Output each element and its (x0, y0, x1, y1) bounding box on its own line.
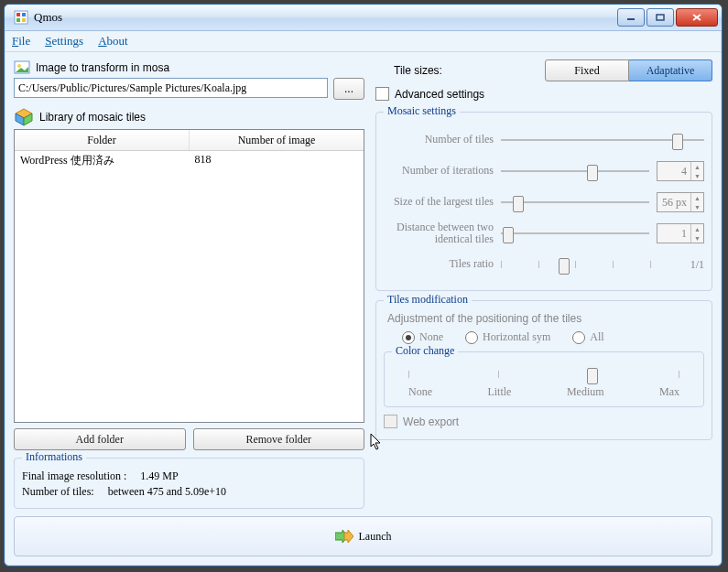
spinner-up-icon[interactable]: ▲ (690, 193, 703, 202)
browse-button[interactable]: ... (333, 78, 364, 100)
number-of-tiles-slider[interactable] (501, 131, 704, 149)
svg-point-10 (17, 64, 21, 68)
adjustment-none-radio[interactable] (402, 331, 415, 344)
web-export-label: Web export (403, 416, 459, 428)
svg-rect-3 (16, 18, 20, 22)
largest-tiles-slider-label: Size of the largest tiles (384, 196, 494, 208)
menu-about[interactable]: About (98, 34, 128, 49)
close-button[interactable] (676, 8, 718, 27)
adjustment-all-radio[interactable] (572, 331, 585, 344)
launch-button[interactable]: Launch (14, 516, 712, 556)
largest-tiles-slider[interactable] (501, 193, 649, 211)
spinner-up-icon[interactable]: ▲ (690, 162, 703, 171)
menu-file[interactable]: File (12, 34, 30, 49)
advanced-settings-label: Advanced settings (395, 88, 484, 101)
table-row[interactable]: WordPress 使用済み 818 (15, 151, 364, 171)
color-change-group: Color change None Little Medium Max (384, 351, 704, 407)
color-change-none-label: None (408, 385, 432, 399)
window-title: Qmos (34, 10, 617, 25)
adjustment-horizontal-sym-radio[interactable] (465, 331, 478, 344)
image-to-transform-label: Image to transform in mosa (36, 61, 169, 74)
menu-bar: File Settings About (5, 31, 722, 52)
tiles-ratio-value: 1/1 (658, 258, 704, 272)
number-of-tiles-label: Number of tiles: (22, 485, 94, 498)
number-of-iterations-slider[interactable] (501, 162, 649, 180)
number-of-iterations-slider-label: Number of iterations (384, 165, 494, 177)
tile-size-fixed-button[interactable]: Fixed (545, 59, 629, 81)
spinner-up-icon[interactable]: ▲ (690, 224, 703, 233)
tiles-ratio-slider[interactable] (501, 255, 651, 274)
largest-tiles-spinner[interactable]: 56 px ▲▼ (657, 192, 704, 212)
add-folder-button[interactable]: Add folder (14, 428, 186, 450)
tiles-modification-group: Tiles modification Adjustment of the pos… (375, 300, 712, 440)
mosaic-settings-legend: Mosaic settings (384, 104, 460, 118)
tiles-modification-legend: Tiles modification (384, 293, 472, 307)
app-icon (14, 10, 28, 25)
table-cell-count: 818 (190, 151, 364, 171)
library-icon (14, 107, 34, 127)
remove-folder-button[interactable]: Remove folder (193, 428, 365, 450)
spinner-down-icon[interactable]: ▼ (690, 202, 703, 211)
svg-rect-2 (22, 13, 26, 16)
tile-sizes-label: Tile sizes: (394, 64, 442, 77)
color-change-medium-label: Medium (567, 385, 604, 399)
launch-icon (335, 529, 353, 544)
image-icon (14, 59, 30, 76)
color-change-little-label: Little (487, 385, 511, 399)
final-resolution-value: 1.49 MP (140, 469, 178, 482)
table-cell-folder: WordPress 使用済み (15, 151, 190, 171)
svg-rect-6 (657, 15, 664, 20)
color-change-slider[interactable] (408, 365, 679, 383)
number-of-iterations-spinner[interactable]: 4 ▲▼ (657, 161, 704, 181)
svg-rect-4 (22, 18, 26, 22)
table-header-count[interactable]: Number of image (190, 130, 364, 150)
web-export-checkbox[interactable] (384, 415, 397, 428)
identical-tiles-distance-slider[interactable] (501, 224, 649, 243)
svg-rect-1 (16, 13, 20, 16)
informations-legend: Informations (22, 450, 86, 464)
tiles-library-table[interactable]: Folder Number of image WordPress 使用済み 81… (14, 129, 364, 423)
mosaic-settings-group: Mosaic settings Number of tiles Number o… (375, 112, 712, 291)
final-resolution-label: Final image resolution : (22, 469, 126, 482)
identical-tiles-distance-spinner[interactable]: 1 ▲▼ (657, 223, 704, 243)
table-header-folder[interactable]: Folder (15, 130, 190, 150)
app-window: Qmos File Settings About Image to transf… (4, 4, 723, 567)
library-label: Library of mosaic tiles (39, 111, 146, 124)
adjustment-label: Adjustment of the positioning of the til… (387, 312, 704, 325)
spinner-down-icon[interactable]: ▼ (690, 171, 703, 180)
spinner-down-icon[interactable]: ▼ (690, 233, 703, 243)
minimize-button[interactable] (617, 8, 645, 27)
launch-label: Launch (359, 530, 392, 544)
identical-tiles-distance-slider-label: Distance between two identical tiles (384, 221, 494, 245)
menu-settings[interactable]: Settings (45, 34, 83, 49)
informations-group: Informations Final image resolution : 1.… (14, 458, 364, 509)
number-of-tiles-slider-label: Number of tiles (384, 134, 494, 146)
number-of-tiles-value: between 475 and 5.09e+10 (108, 485, 226, 498)
advanced-settings-checkbox[interactable] (375, 87, 389, 101)
title-bar: Qmos (5, 5, 722, 31)
maximize-button[interactable] (647, 8, 674, 27)
color-change-max-label: Max (659, 385, 679, 399)
color-change-legend: Color change (392, 344, 458, 358)
tiles-ratio-slider-label: Tiles ratio (384, 258, 494, 270)
image-path-input[interactable] (14, 78, 328, 98)
svg-marker-16 (344, 530, 353, 543)
tile-size-adaptative-button[interactable]: Adaptative (629, 59, 712, 81)
